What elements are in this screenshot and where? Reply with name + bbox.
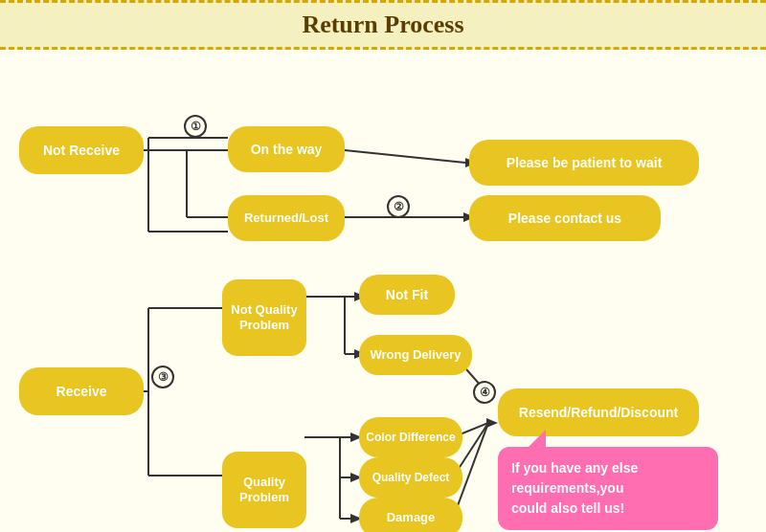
page-header: Return Process [0,0,766,50]
svg-marker-34 [486,418,498,428]
quality-defect-node: Quality Defect [359,457,462,498]
please-contact-us-node: Please contact us [469,195,661,241]
svg-line-7 [345,150,465,163]
on-the-way-node: On the way [228,126,345,172]
circle-3: ③ [151,366,174,388]
quality-problem-node: Quality Problem [222,452,306,528]
circle-1: ① [184,115,207,138]
circle-4: ④ [473,381,496,404]
receive-node: Receive [19,367,144,415]
please-be-patient-node: Please be patient to wait [469,140,699,186]
color-difference-node: Color Difference [359,417,462,457]
not-fit-node: Not Fit [359,275,455,315]
not-receive-node: Not Receive [19,126,144,174]
page-title: Return Process [302,11,463,38]
wrong-delivery-node: Wrong Delivery [359,335,472,375]
content-area: Not Receive On the way Returned/Lost Ple… [0,50,766,532]
returned-lost-node: Returned/Lost [228,195,345,241]
speech-bubble: If you have any else requirements,you co… [498,447,718,530]
speech-bubble-text: If you have any else requirements,you co… [511,460,638,516]
not-quality-problem-node: Not Quality Problem [222,279,306,356]
damage-node: Damage [359,498,462,532]
circle-2: ② [387,195,410,218]
